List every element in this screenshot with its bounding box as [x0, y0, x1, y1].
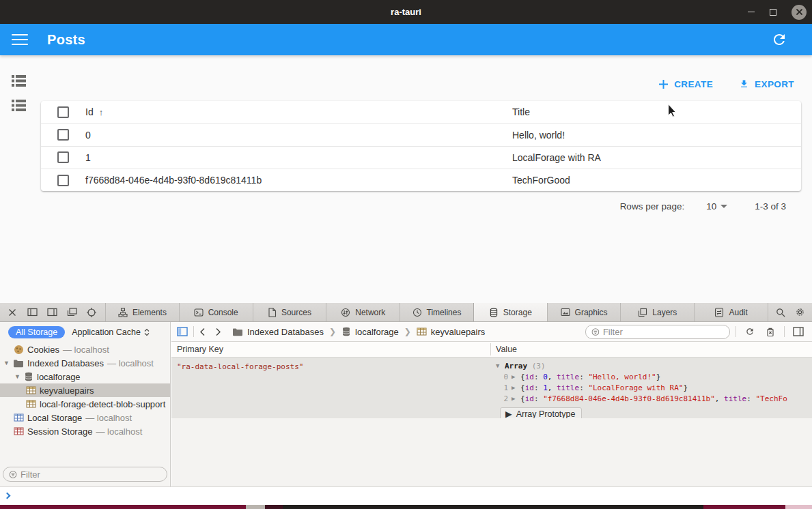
list-view-icon[interactable] — [12, 75, 26, 87]
breadcrumb-keyvaluepairs[interactable]: keyvaluepairs — [417, 327, 486, 337]
table-row[interactable]: 0 Hello, world! — [41, 123, 801, 146]
object-tree-entry[interactable]: 2 ▶ {id: "f7668d84-046e-4d4b-93f0-8d619c… — [496, 393, 812, 404]
tab-sources[interactable]: Sources — [253, 303, 327, 321]
tab-timelines[interactable]: Timelines — [400, 303, 474, 321]
inspector-toolbar-right — [768, 303, 812, 321]
detach-window-icon[interactable] — [66, 307, 77, 318]
table-row[interactable]: 1 LocalForage with RA — [41, 146, 801, 169]
reload-icon[interactable] — [742, 324, 758, 339]
object-tree-entry[interactable]: 1 ▶ {id: 1, title: "LocalForage with RA"… — [496, 382, 812, 393]
row-checkbox[interactable] — [57, 175, 69, 186]
minimize-icon[interactable] — [748, 12, 755, 13]
value-cell: ▼ Array (3) 0 ▶ {id: 0, title: "Hello, w… — [496, 360, 812, 418]
storage-sidebar: All Storage Application Cache Cookies — … — [0, 322, 171, 486]
database-icon — [341, 327, 351, 336]
cell-title: TechForGood — [512, 169, 801, 191]
tree-item-local-forage-detect-blob-support[interactable]: local-forage-detect-blob-support — [0, 397, 170, 411]
sidebar-filter-input[interactable] — [20, 469, 161, 480]
breadcrumb-localforage[interactable]: localforage — [341, 327, 399, 337]
tab-elements[interactable]: Elements — [106, 303, 180, 321]
chevron-collapsed-icon[interactable]: ▶ — [512, 373, 520, 380]
storage-record-row[interactable]: "ra-data-local-forage-posts" ▼ Array (3)… — [171, 358, 812, 418]
refresh-icon[interactable] — [771, 31, 787, 48]
menu-icon[interactable] — [12, 34, 28, 46]
tree-item-local-storage[interactable]: Local Storage — localhost — [0, 411, 170, 424]
chevron-down-icon — [720, 205, 727, 208]
chevron-collapsed-icon[interactable]: ▶ — [512, 395, 520, 402]
layers-icon — [638, 308, 647, 317]
page-title: Posts — [47, 32, 85, 48]
posts-list-view: CREATE EXPORT Id↑ Title 0 Hello — [0, 55, 812, 303]
chevron-expanded-icon[interactable]: ▼ — [496, 362, 505, 369]
maximize-icon[interactable] — [770, 9, 776, 16]
tree-item-keyvaluepairs[interactable]: keyvaluepairs — [0, 383, 170, 397]
chevron-expanded-icon[interactable]: ▼ — [3, 360, 10, 366]
clear-storage-icon[interactable] — [762, 324, 779, 339]
toggle-sidebar-icon[interactable] — [177, 327, 188, 336]
app-bar: Posts — [0, 24, 812, 55]
chevron-collapsed-icon: ▶ — [505, 409, 512, 418]
array-prototype-button[interactable]: ▶ Array Prototype — [500, 407, 582, 418]
chevron-expanded-icon[interactable]: ▼ — [14, 373, 20, 380]
close-icon[interactable] — [792, 5, 807, 20]
column-header-title[interactable]: Title — [512, 101, 801, 123]
object-tree-entry[interactable]: 0 ▶ {id: 0, title: "Hello, world!"} — [496, 371, 812, 382]
inspector-tabs: Elements Console Sources Network Timelin… — [106, 303, 768, 321]
details-sidebar-icon[interactable] — [790, 324, 807, 339]
close-inspector-icon[interactable] — [7, 307, 18, 318]
primary-key-value: "ra-data-local-forage-posts" — [177, 362, 303, 371]
table-row[interactable]: f7668d84-046e-4d4b-93f0-8d619c81411b Tec… — [41, 169, 801, 191]
download-icon — [739, 78, 749, 89]
tree-item-session-storage[interactable]: Session Storage — localhost — [0, 424, 170, 438]
all-storage-button[interactable]: All Storage — [8, 326, 65, 338]
tab-network[interactable]: Network — [326, 303, 400, 321]
row-checkbox[interactable] — [57, 129, 69, 141]
rows-per-page-select[interactable]: 10 — [706, 201, 727, 212]
column-header-id[interactable]: Id↑ — [85, 101, 512, 123]
chevron-collapsed-icon[interactable]: ▶ — [512, 384, 520, 391]
column-header-value[interactable]: Value — [496, 345, 517, 354]
dock-bottom-icon[interactable] — [46, 307, 57, 318]
filter-icon — [591, 328, 600, 336]
gear-icon[interactable] — [792, 305, 808, 320]
table-icon — [417, 328, 427, 336]
folder-icon — [232, 328, 243, 336]
screen: ra-tauri Posts CREATE — [0, 0, 812, 509]
create-button[interactable]: CREATE — [654, 76, 717, 92]
tree-item-indexed-databases[interactable]: ▼ Indexed Databases — localhost — [0, 356, 170, 370]
application-cache-select[interactable]: Application Cache — [72, 328, 150, 337]
storage-tree: Cookies — localhost ▼ Indexed Databases … — [0, 343, 170, 438]
bottom-edge-strip — [0, 505, 812, 509]
dock-side-icon[interactable] — [27, 307, 38, 318]
inspector-controls — [0, 303, 106, 321]
storage-filter — [585, 325, 730, 339]
elements-icon — [118, 308, 128, 317]
tab-audit[interactable]: Audit — [695, 303, 768, 321]
forward-icon[interactable] — [215, 328, 221, 336]
search-icon[interactable] — [772, 305, 789, 320]
inspector-body: All Storage Application Cache Cookies — … — [0, 322, 812, 486]
row-checkbox[interactable] — [57, 151, 69, 163]
column-header-primary-key[interactable]: Primary Key — [177, 345, 223, 354]
tree-item-cookies[interactable]: Cookies — localhost — [0, 343, 170, 356]
export-button[interactable]: EXPORT — [735, 76, 798, 92]
database-icon — [24, 372, 33, 381]
inspect-element-icon[interactable] — [86, 307, 97, 318]
tab-storage[interactable]: Storage — [473, 303, 548, 321]
breadcrumb-indexed-databases[interactable]: Indexed Databases — [232, 327, 324, 337]
window-titlebar[interactable]: ra-tauri — [0, 0, 812, 24]
tab-console[interactable]: Console — [180, 303, 253, 321]
divider — [736, 326, 736, 337]
tree-item-localforage[interactable]: ▼ localforage — [0, 370, 170, 383]
back-icon[interactable] — [199, 328, 206, 336]
storage-filter-input[interactable] — [603, 327, 724, 337]
object-tree-root[interactable]: ▼ Array (3) — [496, 360, 812, 371]
tab-graphics[interactable]: Graphics — [548, 303, 621, 321]
cell-title: LocalForage with RA — [512, 146, 801, 169]
select-all-checkbox[interactable] — [57, 106, 69, 118]
column-divider[interactable] — [490, 343, 491, 355]
quick-console[interactable] — [0, 486, 812, 505]
list-view-icon-2[interactable] — [12, 100, 26, 111]
datagrid-card: Id↑ Title 0 Hello, world! 1 LocalForage … — [41, 101, 801, 191]
tab-layers[interactable]: Layers — [621, 303, 695, 321]
